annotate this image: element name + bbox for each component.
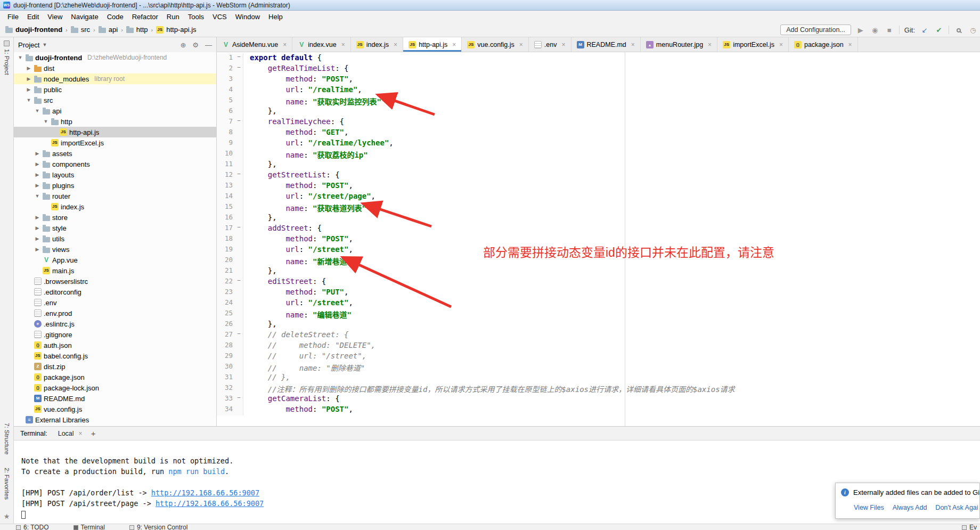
tree-item-layouts[interactable]: ▶layouts: [14, 169, 216, 180]
new-terminal-session-icon[interactable]: +: [91, 429, 96, 438]
project-panel-title[interactable]: Project: [18, 41, 39, 49]
breadcrumb-item[interactable]: duoji-frontend: [5, 26, 62, 34]
menu-item-navigate[interactable]: Navigate: [67, 12, 102, 22]
notification-action-always-add[interactable]: Always Add: [893, 504, 927, 511]
tree-item-babel.config.js[interactable]: JSbabel.config.js: [14, 350, 216, 361]
recent-locations-icon[interactable]: ◷: [968, 26, 978, 34]
tree-expand-icon[interactable]: ▶: [26, 66, 32, 71]
editor-tab-http-api.js[interactable]: JShttp-api.js×: [403, 37, 462, 52]
tree-item-.env.prod[interactable]: .env.prod: [14, 308, 216, 319]
close-icon[interactable]: ×: [708, 41, 712, 48]
editor[interactable]: 1−export default {2− getRealTimeList: {3…: [216, 52, 980, 426]
tree-item-importExcel.js[interactable]: JSimportExcel.js: [14, 137, 216, 148]
favorites-star-icon[interactable]: ★: [4, 512, 10, 520]
menu-item-run[interactable]: Run: [162, 12, 184, 22]
menu-item-code[interactable]: Code: [103, 12, 128, 22]
tree-item-README.md[interactable]: MREADME.md: [14, 393, 216, 404]
notification-action-don-t-ask-agai[interactable]: Don't Ask Agai: [935, 504, 978, 511]
tree-item-External-Libraries[interactable]: ≡External Libraries: [14, 414, 216, 425]
tree-item-main.js[interactable]: JSmain.js: [14, 265, 216, 276]
breadcrumb-item[interactable]: JShttp-api.js: [156, 26, 196, 34]
settings-icon[interactable]: ⚙: [192, 41, 199, 49]
terminal-link[interactable]: http://192.168.66.56:9007: [151, 488, 259, 497]
tree-item-package-lock.json[interactable]: {}package-lock.json: [14, 382, 216, 393]
editor-tab-vue.config.js[interactable]: JSvue.config.js×: [462, 37, 529, 52]
tool-button-favorites[interactable]: 2: Favorites: [4, 468, 10, 500]
terminal-link[interactable]: http://192.168.66.56:9007: [156, 499, 264, 508]
close-icon[interactable]: ×: [79, 430, 83, 437]
fold-marker[interactable]: −: [235, 53, 243, 64]
tree-item-.env[interactable]: .env: [14, 297, 216, 308]
tree-expand-icon[interactable]: ▼: [26, 97, 32, 103]
editor-tab-index.js[interactable]: JSindex.js×: [351, 37, 403, 52]
fold-marker[interactable]: −: [235, 330, 243, 341]
editor-tab-importExcel.js[interactable]: JSimportExcel.js×: [717, 37, 789, 52]
tree-expand-icon[interactable]: ▶: [34, 225, 40, 231]
tree-expand-icon[interactable]: ▶: [34, 161, 40, 167]
statusbar-item-vcs[interactable]: 9: Version Control: [129, 524, 187, 530]
close-icon[interactable]: ×: [394, 41, 397, 48]
breadcrumb-item[interactable]: src: [71, 26, 90, 34]
tree-expand-icon[interactable]: ▶: [34, 215, 40, 220]
tree-item-dist[interactable]: ▶dist: [14, 63, 216, 74]
tree-expand-icon[interactable]: ▶: [34, 151, 40, 156]
tree-item-public[interactable]: ▶public: [14, 84, 216, 95]
fold-marker[interactable]: −: [235, 64, 243, 75]
statusbar-item-terminal[interactable]: Terminal: [74, 524, 105, 530]
tree-item-plugins[interactable]: ▶plugins: [14, 180, 216, 191]
editor-tab-index.vue[interactable]: Vindex.vue×: [292, 37, 351, 52]
menu-item-help[interactable]: Help: [264, 12, 287, 22]
tree-expand-icon[interactable]: ▼: [43, 119, 49, 124]
run-icon[interactable]: ▶: [856, 26, 865, 34]
close-icon[interactable]: ×: [631, 41, 635, 48]
menu-item-vcs[interactable]: VCS: [208, 12, 231, 22]
tree-item-package.json[interactable]: {}package.json: [14, 372, 216, 382]
debug-icon[interactable]: ◉: [870, 26, 880, 34]
close-icon[interactable]: ×: [452, 41, 456, 48]
tree-item-vue.config.js[interactable]: JSvue.config.js: [14, 404, 216, 414]
menu-item-view[interactable]: View: [43, 12, 67, 22]
terminal-tab-local[interactable]: Local ×: [55, 429, 86, 438]
tree-item-utils[interactable]: ▶utils: [14, 233, 216, 244]
editor-tab-README.md[interactable]: MREADME.md×: [571, 37, 641, 52]
menu-item-tools[interactable]: Tools: [184, 12, 208, 22]
tree-expand-icon[interactable]: ▶: [26, 87, 32, 92]
hide-panel-icon[interactable]: —: [205, 41, 212, 49]
editor-tab-AsideMenu.vue[interactable]: VAsideMenu.vue×: [217, 37, 292, 52]
tree-expand-icon[interactable]: ▶: [34, 247, 40, 252]
fold-marker[interactable]: −: [235, 170, 243, 181]
tree-item-components[interactable]: ▶components: [14, 159, 216, 169]
tree-expand-icon[interactable]: ▼: [34, 108, 40, 113]
locate-file-icon[interactable]: ⊕: [180, 41, 186, 49]
add-configuration-button[interactable]: Add Configuration...: [780, 25, 851, 35]
editor-tab-package.json[interactable]: {}package.json×: [789, 37, 858, 52]
tree-expand-icon[interactable]: ▶: [34, 236, 40, 241]
breadcrumb-item[interactable]: api: [99, 26, 118, 34]
notification-action-view-files[interactable]: View Files: [854, 504, 884, 511]
tree-expand-icon[interactable]: ▶: [34, 183, 40, 188]
tree-item-.gitignore[interactable]: .gitignore: [14, 329, 216, 340]
tree-expand-icon[interactable]: ▼: [17, 55, 23, 60]
tree-item-duoji-frontend[interactable]: ▼duoji-frontendD:\zheheWeb\duoji-fronten…: [14, 52, 216, 63]
search-everywhere-icon[interactable]: [954, 26, 963, 34]
menu-item-file[interactable]: File: [3, 12, 23, 22]
close-icon[interactable]: ×: [561, 41, 565, 48]
editor-tab-menuRouter.jpg[interactable]: ▲menuRouter.jpg×: [641, 37, 717, 52]
git-commit-icon[interactable]: ✔: [934, 26, 944, 34]
close-icon[interactable]: ×: [283, 41, 287, 48]
tree-item-.eslintrc.js[interactable]: e.eslintrc.js: [14, 319, 216, 329]
close-icon[interactable]: ×: [341, 41, 345, 48]
tree-item-views[interactable]: ▶views: [14, 244, 216, 255]
tree-item-router[interactable]: ▼router: [14, 191, 216, 201]
tree-item-.browserslistrc[interactable]: .browserslistrc: [14, 276, 216, 287]
tree-item-store[interactable]: ▶store: [14, 212, 216, 223]
tree-item-src[interactable]: ▼src: [14, 95, 216, 105]
stop-icon[interactable]: ■: [885, 26, 894, 34]
fold-marker[interactable]: −: [235, 394, 243, 405]
tree-item-assets[interactable]: ▶assets: [14, 148, 216, 159]
tool-button-structure[interactable]: 7: Structure: [4, 423, 10, 454]
chevron-down-icon[interactable]: ▼: [42, 42, 47, 47]
tree-expand-icon[interactable]: ▶: [34, 172, 40, 177]
close-icon[interactable]: ×: [519, 41, 523, 48]
close-icon[interactable]: ×: [848, 41, 852, 48]
